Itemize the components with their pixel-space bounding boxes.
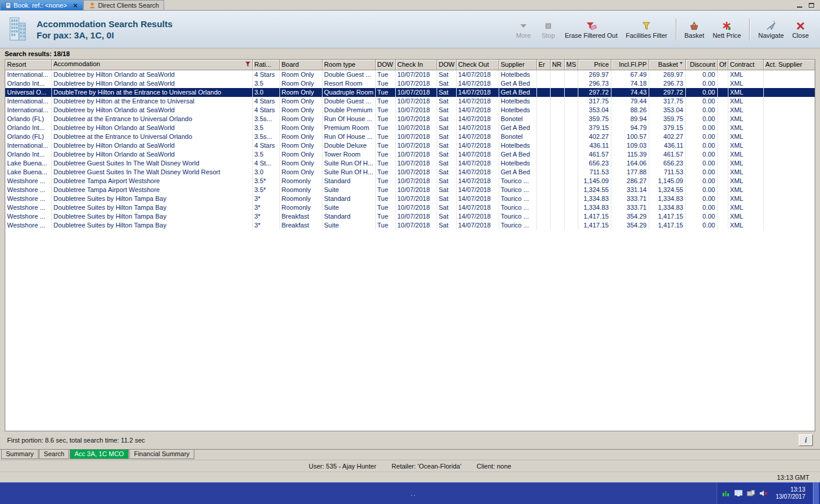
cell-incl_fl_pp[interactable]: 94.79 — [611, 123, 649, 132]
cell-incl_fl_pp[interactable]: 164.06 — [611, 159, 649, 168]
column-header-nr[interactable]: NR — [550, 60, 564, 70]
cell-board[interactable]: Room Only — [279, 88, 322, 97]
cell-incl_fl_pp[interactable]: 74.43 — [611, 88, 649, 97]
cell-dow_out[interactable]: Sat — [437, 168, 456, 177]
cell-check_in[interactable]: 10/07/2018 — [395, 106, 437, 115]
cell-nr[interactable] — [550, 97, 564, 106]
cell-room_type[interactable]: Run Of House ... — [322, 132, 375, 141]
cell-rating[interactable]: 3.5* — [252, 186, 279, 194]
cell-price[interactable]: 317.75 — [578, 97, 611, 106]
cell-act_supplier[interactable] — [763, 70, 815, 79]
cell-of[interactable] — [717, 132, 728, 141]
cell-accommodation[interactable]: Doubletree by Hilton at the Entrance to … — [51, 97, 252, 106]
cell-resort[interactable]: International... — [5, 70, 51, 79]
cell-of[interactable] — [717, 159, 728, 168]
cell-discount[interactable]: 0.00 — [685, 177, 717, 186]
display-tray-icon[interactable] — [734, 490, 743, 497]
cell-price[interactable]: 297.72 — [578, 88, 611, 97]
cell-basket[interactable]: 711.53 — [649, 168, 685, 177]
cell-er[interactable] — [536, 123, 550, 132]
tab-acc-results[interactable]: Acc 3A, 1C MCO — [70, 450, 129, 459]
cell-check_in[interactable]: 10/07/2018 — [395, 177, 437, 186]
cell-act_supplier[interactable] — [763, 115, 815, 123]
column-header-dow_in[interactable]: DOW — [375, 60, 395, 70]
cell-contract[interactable]: XML — [728, 212, 763, 221]
cell-rating[interactable]: 3.5s... — [252, 132, 279, 141]
cell-check_out[interactable]: 14/07/2018 — [456, 177, 499, 186]
cell-resort[interactable]: Orlando Int... — [5, 79, 51, 88]
cell-supplier[interactable]: Get A Bed — [499, 123, 536, 132]
cell-room_type[interactable]: Standard — [322, 194, 375, 203]
column-header-price[interactable]: Price — [578, 60, 611, 70]
restore-button[interactable] — [807, 1, 815, 8]
cell-resort[interactable]: Lake Buena... — [5, 168, 51, 177]
cell-price[interactable]: 1,324.55 — [578, 186, 611, 194]
cell-check_out[interactable]: 14/07/2018 — [456, 221, 499, 230]
cell-check_in[interactable]: 10/07/2018 — [395, 212, 437, 221]
cell-board[interactable]: Room Only — [279, 168, 322, 177]
cell-rating[interactable]: 3.0 — [252, 168, 279, 177]
cell-of[interactable] — [717, 123, 728, 132]
cell-discount[interactable]: 0.00 — [685, 141, 717, 150]
cell-of[interactable] — [717, 88, 728, 97]
cell-er[interactable] — [536, 221, 550, 230]
cell-rating[interactable]: 4 Stars — [252, 106, 279, 115]
cell-basket[interactable]: 1,145.09 — [649, 177, 685, 186]
cell-of[interactable] — [717, 150, 728, 159]
cell-dow_in[interactable]: Tue — [375, 79, 395, 88]
column-header-rating[interactable]: Rati... — [252, 60, 279, 70]
cell-accommodation[interactable]: DoubleTree by Hilton at the Entrance to … — [51, 88, 252, 97]
cell-dow_in[interactable]: Tue — [375, 97, 395, 106]
cell-check_in[interactable]: 10/07/2018 — [395, 97, 437, 106]
cell-act_supplier[interactable] — [763, 97, 815, 106]
cell-dow_in[interactable]: Tue — [375, 221, 395, 230]
cell-rating[interactable]: 3* — [252, 221, 279, 230]
cell-accommodation[interactable]: Doubletree Tampa Airport Westshore — [51, 177, 252, 186]
cell-board[interactable]: Room Only — [279, 115, 322, 123]
cell-discount[interactable]: 0.00 — [685, 186, 717, 194]
cell-room_type[interactable]: Standard — [322, 177, 375, 186]
cell-resort[interactable]: International... — [5, 97, 51, 106]
cell-supplier[interactable]: Tourico ... — [499, 186, 536, 194]
cell-basket[interactable]: 296.73 — [649, 79, 685, 88]
cell-check_in[interactable]: 10/07/2018 — [395, 150, 437, 159]
cell-of[interactable] — [717, 70, 728, 79]
cell-contract[interactable]: XML — [728, 194, 763, 203]
cell-of[interactable] — [717, 177, 728, 186]
cell-discount[interactable]: 0.00 — [685, 203, 717, 212]
cell-nr[interactable] — [550, 186, 564, 194]
cell-discount[interactable]: 0.00 — [685, 168, 717, 177]
cell-resort[interactable]: Westshore ... — [5, 186, 51, 194]
cell-check_in[interactable]: 10/07/2018 — [395, 115, 437, 123]
cell-check_out[interactable]: 14/07/2018 — [456, 70, 499, 79]
cell-accommodation[interactable]: Doubletree by Hilton Orlando at SeaWorld — [51, 106, 252, 115]
cell-rating[interactable]: 4 Stars — [252, 141, 279, 150]
cell-er[interactable] — [536, 106, 550, 115]
cell-er[interactable] — [536, 150, 550, 159]
cell-accommodation[interactable]: Doubletree by Hilton Orlando at SeaWorld — [51, 141, 252, 150]
cell-ms[interactable] — [564, 70, 578, 79]
cell-dow_out[interactable]: Sat — [437, 212, 456, 221]
cell-incl_fl_pp[interactable]: 177.88 — [611, 168, 649, 177]
cell-basket[interactable]: 379.15 — [649, 123, 685, 132]
cell-nr[interactable] — [550, 88, 564, 97]
cell-incl_fl_pp[interactable]: 333.71 — [611, 194, 649, 203]
cell-room_type[interactable]: Double Premium — [322, 106, 375, 115]
cell-dow_in[interactable]: Tue — [375, 123, 395, 132]
cell-basket[interactable]: 436.11 — [649, 141, 685, 150]
cell-act_supplier[interactable] — [763, 150, 815, 159]
info-button[interactable]: i — [799, 434, 813, 446]
cell-check_in[interactable]: 10/07/2018 — [395, 88, 437, 97]
cell-ms[interactable] — [564, 194, 578, 203]
cell-contract[interactable]: XML — [728, 106, 763, 115]
cell-nr[interactable] — [550, 115, 564, 123]
cell-dow_in[interactable]: Tue — [375, 186, 395, 194]
table-row[interactable]: Lake Buena...Doubletree Guest Suites In … — [5, 159, 815, 168]
cell-check_in[interactable]: 10/07/2018 — [395, 194, 437, 203]
tab-close-icon[interactable]: ✕ — [73, 2, 78, 9]
cell-check_in[interactable]: 10/07/2018 — [395, 203, 437, 212]
cell-ms[interactable] — [564, 150, 578, 159]
cell-resort[interactable]: Westshore ... — [5, 212, 51, 221]
cell-room_type[interactable]: Quadruple Room — [322, 88, 375, 97]
cell-price[interactable]: 711.53 — [578, 168, 611, 177]
